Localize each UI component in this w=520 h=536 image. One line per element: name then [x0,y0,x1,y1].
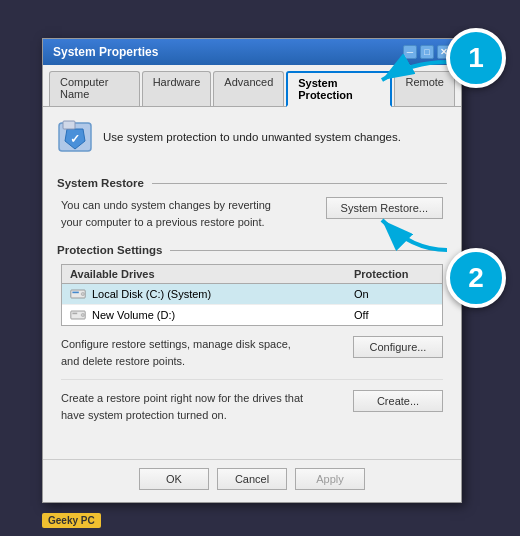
cancel-button[interactable]: Cancel [217,468,287,490]
screenshot-background: System Properties ─ □ ✕ Computer Name Ha… [0,0,520,536]
table-row[interactable]: Local Disk (C:) (System) On [62,284,442,305]
drive-c-protection: On [354,288,434,300]
svg-text:✓: ✓ [70,132,80,146]
table-header: Available Drives Protection [62,265,442,284]
ok-button[interactable]: OK [139,468,209,490]
create-button[interactable]: Create... [353,390,443,412]
info-row: ✓ Use system protection to undo unwanted… [57,119,447,165]
drive-c-icon [70,288,86,300]
dialog-footer: OK Cancel Apply [43,459,461,502]
configure-row: Configure restore settings, manage disk … [61,336,443,380]
table-row[interactable]: New Volume (D:) Off [62,305,442,325]
dialog-title: System Properties [53,45,158,59]
drive-c-name: Local Disk (C:) (System) [92,288,211,300]
tab-hardware[interactable]: Hardware [142,71,212,106]
configure-description: Configure restore settings, manage disk … [61,336,341,369]
info-description: Use system protection to undo unwanted s… [103,131,401,143]
arrow-2 [372,200,452,260]
watermark: Geeky PC [42,513,101,528]
col-drives-header: Available Drives [70,268,354,280]
tab-computer-name[interactable]: Computer Name [49,71,140,106]
callout-2: 2 [446,248,506,308]
tab-advanced[interactable]: Advanced [213,71,284,106]
configure-button[interactable]: Configure... [353,336,443,358]
svg-rect-5 [72,292,78,294]
drive-d-name: New Volume (D:) [92,309,175,321]
create-row: Create a restore point right now for the… [61,390,443,433]
svg-point-9 [81,313,84,316]
protection-settings-body: Available Drives Protection Local Disk (… [57,264,447,433]
system-properties-dialog: System Properties ─ □ ✕ Computer Name Ha… [42,38,462,503]
col-protection-header: Protection [354,268,434,280]
callout-1: 1 [446,28,506,88]
svg-point-6 [81,292,84,295]
drive-d-protection: Off [354,309,434,321]
create-description: Create a restore point right now for the… [61,390,341,423]
arrow-1 [372,52,452,92]
system-restore-title: System Restore [57,177,144,189]
system-restore-header: System Restore [57,177,447,189]
drive-d-icon [70,309,86,321]
drives-table: Available Drives Protection Local Disk (… [61,264,443,326]
protection-settings-title: Protection Settings [57,244,162,256]
tab-content: ✓ Use system protection to undo unwanted… [43,107,461,459]
shield-icon: ✓ [57,119,93,155]
apply-button[interactable]: Apply [295,468,365,490]
restore-description: You can undo system changes by reverting… [61,197,314,230]
svg-rect-8 [72,313,77,315]
section-divider [152,183,447,184]
svg-rect-3 [63,121,75,129]
